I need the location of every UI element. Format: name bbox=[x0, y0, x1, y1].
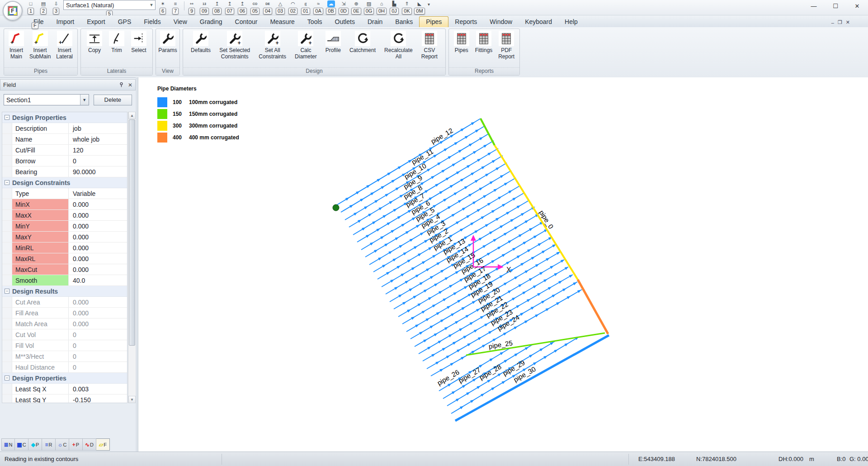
panel-tab-d[interactable]: ∿D bbox=[83, 438, 96, 451]
minimize-button[interactable]: — bbox=[803, 0, 825, 12]
profile-button[interactable]: Profile bbox=[325, 30, 342, 54]
collapse-icon[interactable]: − bbox=[5, 115, 9, 120]
property-value[interactable]: 0.003 bbox=[69, 384, 127, 394]
panel-tab-n[interactable]: ≣N bbox=[1, 438, 15, 451]
fittings-button[interactable]: Fittings bbox=[474, 30, 494, 54]
qat-button-08[interactable]: ↥08 bbox=[211, 0, 223, 14]
section-header[interactable]: −Design Constraints bbox=[2, 177, 127, 188]
property-value[interactable]: 0.000 bbox=[69, 308, 127, 318]
chevron-down-icon[interactable]: ▼ bbox=[148, 3, 155, 7]
property-value[interactable]: 0.000 bbox=[69, 232, 127, 242]
tab-help[interactable]: Help bbox=[558, 17, 584, 27]
qat-button-0D[interactable]: ⇲0D bbox=[337, 0, 350, 14]
app-menu-button[interactable]: F bbox=[3, 1, 23, 21]
tab-view[interactable]: View bbox=[167, 17, 193, 27]
qat-button-09[interactable]: 1309 bbox=[198, 0, 211, 14]
tab-measure[interactable]: Measure bbox=[264, 17, 301, 27]
params-button[interactable]: Params bbox=[157, 30, 178, 54]
property-value[interactable]: 40.0 bbox=[69, 275, 127, 285]
qat-button-03[interactable]: △03 bbox=[274, 0, 287, 14]
property-value[interactable]: Variable bbox=[69, 188, 127, 199]
tab-drain[interactable]: Drain bbox=[361, 17, 389, 27]
property-value[interactable]: 0.000 bbox=[69, 297, 127, 307]
csv-report-button[interactable]: CSVReport bbox=[420, 30, 439, 60]
tab-import[interactable]: Import bbox=[50, 17, 81, 27]
tab-contour[interactable]: Contour bbox=[229, 17, 264, 27]
qat-button-02[interactable]: ◠02 bbox=[287, 0, 299, 14]
pin-icon[interactable] bbox=[118, 82, 124, 88]
catchment-button[interactable]: Catchment bbox=[349, 30, 377, 54]
calc-diameter-button[interactable]: +CalcDiameter bbox=[294, 30, 318, 60]
scroll-down-icon[interactable]: ▼ bbox=[128, 396, 136, 403]
copy-button[interactable]: Copy bbox=[86, 30, 103, 54]
recalculate-all-button[interactable]: RecalculateAll bbox=[383, 30, 414, 60]
tab-keyboard[interactable]: Keyboard bbox=[519, 17, 558, 27]
property-value[interactable]: 0.000 bbox=[69, 319, 127, 329]
panel-tab-p[interactable]: +P bbox=[69, 438, 83, 451]
qat-button-0B[interactable]: ☁0B bbox=[325, 0, 337, 14]
panel-tab-c[interactable]: ▦C bbox=[15, 438, 28, 451]
panel-close-icon[interactable]: ✕ bbox=[128, 82, 132, 88]
qat-button-1[interactable]: □1 bbox=[24, 0, 37, 14]
qat-button-01[interactable]: ((01 bbox=[299, 0, 312, 14]
qat-button-04[interactable]: DE04 bbox=[261, 0, 274, 14]
property-value[interactable]: 0 bbox=[69, 156, 127, 166]
property-value[interactable]: 0 bbox=[69, 340, 127, 351]
section-header[interactable]: −Design Properties bbox=[2, 112, 127, 123]
qat-button-0K[interactable]: ⇑0K bbox=[401, 0, 413, 14]
pipe_0-400mm[interactable] bbox=[578, 280, 608, 334]
scrollbar-thumb[interactable] bbox=[129, 119, 135, 346]
select-button[interactable]: Select bbox=[130, 30, 147, 54]
insert-main-button[interactable]: +InsertMain bbox=[8, 30, 25, 60]
close-button[interactable]: ✕ bbox=[846, 0, 868, 12]
pipes-button[interactable]: Pipes bbox=[453, 30, 470, 54]
qat-button-0G[interactable]: ▨0G bbox=[363, 0, 375, 14]
set-selected-constraints-button[interactable]: +Set SelectedConstraints bbox=[218, 30, 251, 60]
qat-button-6[interactable]: ✶6 bbox=[156, 0, 169, 14]
qat-button-0J[interactable]: ▙0J bbox=[388, 0, 401, 14]
tab-window[interactable]: Window bbox=[483, 17, 519, 27]
qat-button-06[interactable]: ↥06 bbox=[236, 0, 249, 14]
tab-outlets[interactable]: Outlets bbox=[329, 17, 361, 27]
tab-file[interactable]: File bbox=[27, 17, 50, 27]
section-header[interactable]: −Design Properties bbox=[2, 373, 127, 384]
panel-tab-c[interactable]: ☼C bbox=[56, 438, 69, 451]
tab-gps[interactable]: GPS bbox=[112, 17, 138, 27]
property-value[interactable]: 0.000 bbox=[69, 243, 127, 253]
pipe_0-150mm[interactable] bbox=[481, 119, 495, 145]
tab-reports[interactable]: Reports bbox=[448, 17, 483, 27]
qat-button-0H[interactable]: ⌂0H bbox=[375, 0, 388, 14]
tab-fields[interactable]: Fields bbox=[137, 17, 167, 27]
insert-lateral-button[interactable]: +InsertLateral bbox=[55, 30, 74, 60]
panel-tab-p[interactable]: ◆P bbox=[28, 438, 42, 451]
panel-tab-r[interactable]: ≡R bbox=[42, 438, 56, 451]
property-value[interactable]: whole job bbox=[69, 134, 127, 144]
collapse-icon[interactable]: − bbox=[5, 180, 9, 185]
property-value[interactable]: job bbox=[69, 123, 127, 133]
collapse-icon[interactable]: − bbox=[5, 376, 9, 380]
property-value[interactable]: 0.000 bbox=[69, 221, 127, 231]
property-value[interactable]: 0.000 bbox=[69, 253, 127, 264]
property-value[interactable]: 0.000 bbox=[69, 199, 127, 209]
qat-button-0E[interactable]: ⊕0E bbox=[350, 0, 363, 14]
qat-button-0A[interactable]: ≈0A bbox=[312, 0, 325, 14]
collapse-icon[interactable]: − bbox=[5, 289, 9, 294]
tab-grading[interactable]: Grading bbox=[193, 17, 229, 27]
qat-overflow-icon[interactable]: ▾ bbox=[428, 2, 430, 7]
mdi-minimize-button[interactable]: – bbox=[831, 20, 834, 25]
property-value[interactable]: 90.0000 bbox=[69, 166, 127, 177]
property-value[interactable]: -0.150 bbox=[69, 395, 127, 403]
qat-button-2[interactable]: ▤2 bbox=[37, 0, 50, 14]
panel-tab-f[interactable]: ▱F bbox=[96, 438, 110, 451]
property-grid-scrollbar[interactable]: ▲ ▼ bbox=[128, 112, 136, 403]
section-combobox[interactable]: Section1 ▼ bbox=[4, 94, 89, 105]
chevron-down-icon[interactable]: ▼ bbox=[80, 95, 89, 105]
defaults-button[interactable]: Defaults bbox=[190, 30, 212, 54]
qat-button-7[interactable]: ≡7 bbox=[169, 0, 182, 14]
property-value[interactable]: 0 bbox=[69, 351, 127, 361]
maximize-button[interactable]: ☐ bbox=[825, 0, 846, 12]
qat-button-0M[interactable]: ◣0M bbox=[413, 0, 426, 14]
mdi-close-button[interactable]: ✕ bbox=[846, 19, 850, 25]
property-value[interactable]: 120 bbox=[69, 145, 127, 155]
outlet-node[interactable] bbox=[333, 204, 339, 211]
